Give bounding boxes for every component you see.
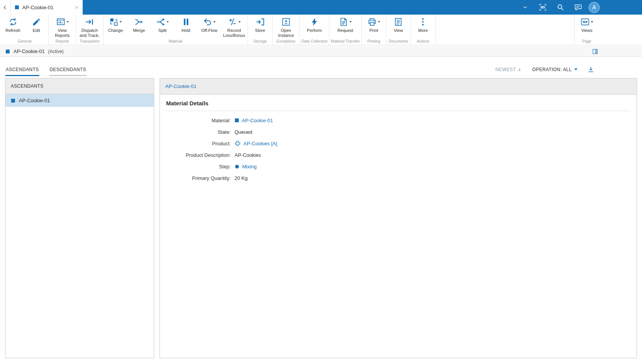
record-loss-bonus-button[interactable]: Record Loss/Bonus xyxy=(221,15,247,39)
ribbon-group-label: Actions xyxy=(411,39,435,45)
ribbon-toolbar: Refresh Edit General View Reports Report… xyxy=(0,15,642,45)
back-button[interactable] xyxy=(0,0,11,15)
dropdown-caret-icon xyxy=(120,21,122,23)
dropdown-caret-icon xyxy=(213,21,216,23)
dropdown-caret-icon xyxy=(166,21,169,23)
dropdown-caret-icon xyxy=(591,21,593,23)
search-icon xyxy=(557,3,564,11)
split-icon xyxy=(156,17,165,27)
split-button[interactable]: Split xyxy=(151,15,174,39)
change-icon xyxy=(109,17,118,27)
dispatch-icon xyxy=(85,17,94,27)
ribbon-group-material-transfer: Request Material Transfer xyxy=(329,15,362,45)
material-link[interactable]: AP-Cookie-01 xyxy=(242,118,273,123)
field-label: Primary Quantity: xyxy=(166,175,235,181)
close-icon[interactable] xyxy=(75,5,79,10)
edit-icon xyxy=(32,17,41,27)
ribbon-group-actions: More Actions xyxy=(411,15,436,45)
more-icon xyxy=(418,17,427,27)
tab-ap-cookie-01[interactable]: AP-Cookie-01 xyxy=(11,0,83,15)
merge-icon xyxy=(135,17,144,27)
topbar-spacer xyxy=(83,0,516,15)
refresh-icon xyxy=(8,17,18,27)
panel-toggle-icon[interactable] xyxy=(592,48,598,55)
list-item-ap-cookie-01[interactable]: AP-Cookie-01 xyxy=(5,94,154,107)
details-panel-header[interactable]: AP-Cookie-01 xyxy=(160,78,637,95)
tab-ascendants[interactable]: ASCENDANTS xyxy=(5,67,39,76)
ribbon-group-label: Reports xyxy=(49,39,75,45)
ribbon-group-page: Views Page xyxy=(574,15,599,45)
field-label: Product: xyxy=(166,141,235,146)
ribbon-group-documents: View Documents xyxy=(386,15,411,45)
dropdown-caret-icon xyxy=(349,21,352,23)
ribbon-group-storage: Store Storage xyxy=(248,15,273,45)
dispatch-and-track-button[interactable]: Dispatch and Track- xyxy=(77,15,103,39)
ribbon-group-printing: Print Printing xyxy=(362,15,386,45)
ribbon-group-label: Data Collection xyxy=(300,39,329,45)
off-flow-button[interactable]: Off-Flow xyxy=(198,15,221,39)
ribbon-group-data-collection: Perform Data Collection xyxy=(300,15,329,45)
print-button[interactable]: Print xyxy=(362,15,386,39)
search-button[interactable] xyxy=(552,0,569,15)
details-panel: AP-Cookie-01 Material Details Material: … xyxy=(160,78,637,358)
request-button[interactable]: Request xyxy=(334,15,357,39)
view-documents-button[interactable]: View xyxy=(387,15,410,39)
feedback-button[interactable] xyxy=(569,0,587,15)
store-button[interactable]: Store xyxy=(248,15,272,39)
print-icon xyxy=(368,17,377,27)
material-icon xyxy=(5,49,10,54)
tabs-row: ASCENDANTS DESCENDANTS NEWEST OPERATION:… xyxy=(0,57,642,78)
ribbon-group-label: Page xyxy=(575,39,599,45)
open-instance-button[interactable]: Open Instance xyxy=(273,15,299,39)
step-link[interactable]: Mixing xyxy=(242,164,257,170)
views-button[interactable]: Views xyxy=(575,15,599,39)
hold-button[interactable]: Hold xyxy=(174,15,198,39)
ascendants-panel-header: ASCENDANTS xyxy=(5,78,154,94)
sort-control[interactable]: NEWEST xyxy=(496,67,522,72)
material-details-section: Material Details Material: AP-Cookie-01 … xyxy=(160,95,637,189)
sort-label: NEWEST xyxy=(496,67,516,72)
material-icon xyxy=(11,98,15,103)
download-icon[interactable] xyxy=(587,66,594,73)
barcode-scan-button[interactable] xyxy=(534,0,552,15)
chevron-down-icon xyxy=(523,5,527,10)
off-flow-icon xyxy=(203,17,212,27)
merge-button[interactable]: Merge xyxy=(127,15,151,39)
edit-button[interactable]: Edit xyxy=(25,15,48,39)
operation-filter[interactable]: OPERATION: ALL xyxy=(532,67,577,72)
view-reports-icon xyxy=(56,17,65,27)
dropdown-caret-icon xyxy=(574,68,577,70)
open-instance-icon xyxy=(281,17,291,27)
field-row-product-description: Product Description: AP-Cookies xyxy=(166,149,630,161)
field-value: AP-Cookies xyxy=(235,152,261,158)
sort-direction-icon xyxy=(517,67,522,72)
view-documents-icon xyxy=(394,17,403,27)
product-link[interactable]: AP-Cookies [A] xyxy=(243,141,277,146)
tab-descendants[interactable]: DESCENDANTS xyxy=(49,67,86,76)
perform-button[interactable]: Perform xyxy=(303,15,326,39)
field-row-product: Product: AP-Cookies [A] xyxy=(166,138,630,149)
window-menu-button[interactable] xyxy=(516,0,534,15)
ribbon-group-reports: View Reports Reports xyxy=(49,15,76,45)
dropdown-caret-icon xyxy=(67,21,69,23)
topbar: AP-Cookie-01 A xyxy=(0,0,642,15)
hold-icon xyxy=(181,17,191,27)
record-loss-bonus-icon xyxy=(228,17,237,27)
ribbon-group-label: Transaction xyxy=(77,39,103,45)
change-button[interactable]: Change xyxy=(104,15,127,39)
field-value: 20 Kg xyxy=(235,175,248,181)
view-reports-button[interactable]: View Reports xyxy=(49,15,75,39)
list-item-label: AP-Cookie-01 xyxy=(19,98,50,103)
avatar[interactable]: A xyxy=(589,2,600,13)
operation-label: OPERATION: ALL xyxy=(532,67,572,72)
ribbon-group-label: Exceptions xyxy=(273,39,299,45)
chevron-left-icon xyxy=(2,5,8,10)
section-title: Material Details xyxy=(166,100,630,111)
refresh-button[interactable]: Refresh xyxy=(1,15,25,39)
tabs-right-controls: NEWEST OPERATION: ALL xyxy=(496,66,594,73)
chat-icon xyxy=(574,3,582,11)
views-icon xyxy=(580,17,590,27)
ribbon-group-general: Refresh Edit General xyxy=(1,15,49,45)
more-button[interactable]: More xyxy=(411,15,435,39)
field-row-state: State: Queued xyxy=(166,126,630,138)
